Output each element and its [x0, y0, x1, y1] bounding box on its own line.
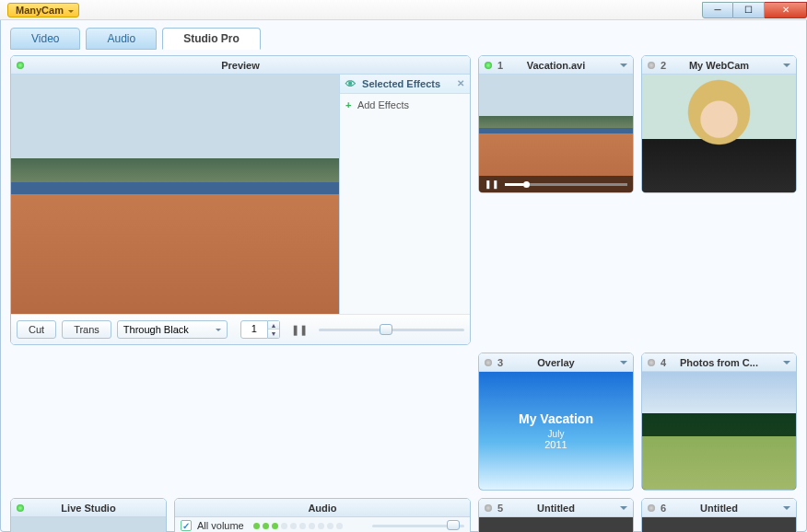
duration-stepper[interactable]: ▲▼: [268, 320, 280, 339]
source-inactive-indicator-icon: [485, 359, 492, 366]
live-studio-viewport[interactable]: [11, 517, 166, 532]
source-seek-slider[interactable]: [505, 183, 627, 186]
audio-panel-title: Audio: [308, 503, 336, 514]
transition-mode-select[interactable]: Through Black: [117, 320, 228, 339]
source-number: 3: [497, 357, 503, 368]
plus-icon: +: [345, 99, 351, 110]
live-studio-title: Live Studio: [61, 503, 115, 514]
tab-audio[interactable]: Audio: [86, 28, 157, 50]
close-icon: ✕: [782, 5, 789, 15]
vu-meter: [253, 523, 343, 529]
source-title: Photos from C...: [680, 357, 758, 368]
source-title: Overlay: [537, 357, 574, 368]
tab-studio-pro[interactable]: Studio Pro: [162, 28, 261, 50]
source-thumbnail-3[interactable]: My Vacation July 2011: [479, 372, 633, 490]
minimize-icon: ─: [714, 5, 720, 15]
slider-thumb-icon: [380, 324, 392, 335]
source-thumbnail-4[interactable]: [642, 372, 796, 490]
source-inactive-indicator-icon: [648, 504, 655, 512]
source-active-indicator-icon: [485, 62, 492, 69]
source-inactive-indicator-icon: [485, 504, 492, 512]
source-number: 1: [497, 60, 503, 71]
source-header-3[interactable]: 3 Overlay: [479, 353, 633, 372]
source-number: 5: [497, 503, 503, 514]
source-thumbnail-5: Add Video Source: [479, 517, 633, 532]
stepper-up-icon[interactable]: ▲: [268, 321, 279, 330]
chevron-down-icon[interactable]: [620, 506, 627, 514]
slider-thumb-icon: [447, 520, 460, 530]
source-inactive-indicator-icon: [648, 62, 655, 69]
tab-video[interactable]: Video: [10, 28, 80, 50]
overlay-title: My Vacation: [519, 411, 593, 426]
chevron-down-icon[interactable]: [783, 506, 790, 514]
preview-viewport[interactable]: [11, 75, 339, 314]
chevron-down-icon[interactable]: [783, 64, 790, 71]
overlay-year: 2011: [544, 439, 567, 450]
live-active-indicator-icon: [17, 504, 24, 512]
source-header-4[interactable]: 4 Photos from C...: [642, 353, 796, 372]
source-title: Vacation.avi: [527, 60, 586, 71]
preview-active-indicator-icon: [17, 62, 24, 69]
preview-image: [11, 75, 339, 314]
transition-duration-input[interactable]: 1: [240, 320, 268, 339]
source-title: Untitled: [537, 503, 575, 514]
chevron-down-icon[interactable]: [783, 361, 790, 368]
stepper-down-icon[interactable]: ▼: [268, 330, 279, 338]
source-header-1[interactable]: 1 Vacation.avi: [479, 56, 633, 75]
source-number: 2: [661, 60, 666, 71]
maximize-button[interactable]: ☐: [733, 2, 765, 18]
source-number: 6: [661, 503, 666, 514]
maximize-icon: ☐: [744, 5, 753, 15]
preview-seek-slider[interactable]: [319, 323, 464, 336]
source-header-2[interactable]: 2 My WebCam: [642, 56, 796, 75]
cut-button[interactable]: Cut: [17, 320, 56, 339]
minimize-button[interactable]: ─: [702, 2, 733, 18]
effects-close-icon[interactable]: ✕: [457, 78, 464, 88]
source-thumbnail-6: Add Video Source: [642, 517, 796, 532]
source-thumbnail-1[interactable]: ❚❚: [479, 75, 633, 192]
source-header-6[interactable]: 6 Untitled: [642, 499, 796, 517]
effects-panel: 👁 Selected Effects ✕ + Add Effects: [339, 75, 470, 314]
trans-button[interactable]: Trans: [62, 320, 111, 339]
preview-pause-button[interactable]: ❚❚: [286, 322, 313, 338]
close-button[interactable]: ✕: [765, 2, 807, 18]
all-volume-label: All volume: [197, 520, 244, 531]
source-pause-button[interactable]: ❚❚: [485, 179, 499, 189]
source-title: Untitled: [700, 503, 738, 514]
add-effects-button[interactable]: + Add Effects: [340, 94, 470, 116]
source-title: My WebCam: [689, 60, 749, 71]
chevron-down-icon[interactable]: [620, 64, 627, 71]
add-effects-label: Add Effects: [357, 99, 409, 110]
eye-icon: 👁: [345, 78, 356, 89]
all-volume-slider[interactable]: [372, 520, 464, 531]
chevron-down-icon[interactable]: [620, 361, 627, 368]
source-header-5[interactable]: 5 Untitled: [479, 499, 633, 517]
all-volume-checkbox[interactable]: ✓: [181, 520, 192, 531]
app-menu-button[interactable]: ManyCam: [7, 3, 79, 17]
source-inactive-indicator-icon: [648, 359, 655, 366]
source-number: 4: [661, 357, 666, 368]
overlay-subtitle: July: [548, 429, 565, 439]
source-thumbnail-2[interactable]: [642, 75, 796, 192]
effects-title: Selected Effects: [362, 78, 440, 89]
source-playbar: ❚❚: [479, 176, 633, 192]
preview-title: Preview: [221, 60, 260, 71]
